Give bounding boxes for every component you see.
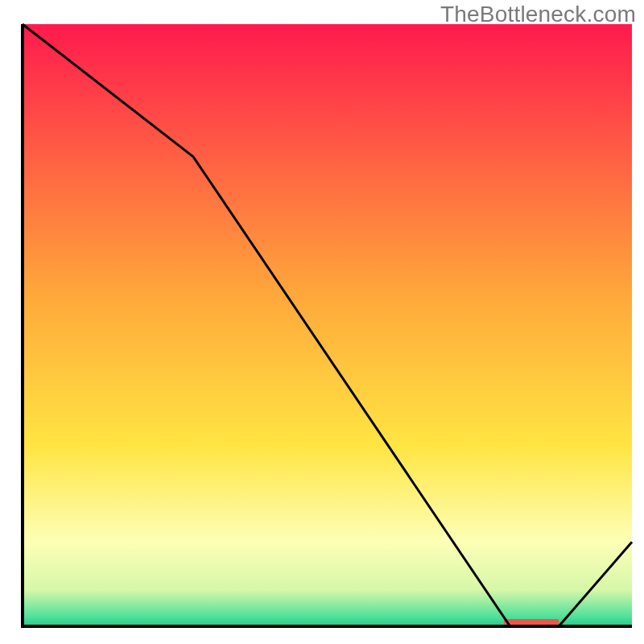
bottleneck-chart <box>0 0 644 644</box>
optimal-range-marker <box>504 619 559 625</box>
plot-background <box>23 24 632 626</box>
chart-container: TheBottleneck.com <box>0 0 644 644</box>
